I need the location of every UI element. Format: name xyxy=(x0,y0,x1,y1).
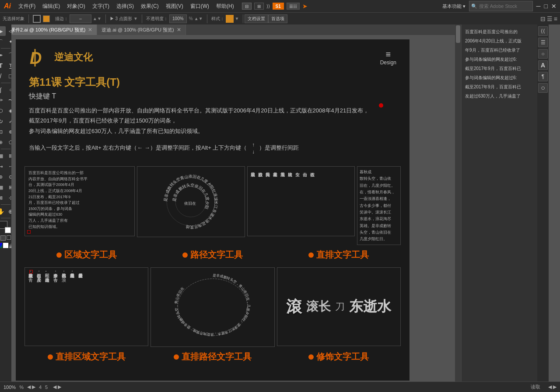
selection-tool[interactable]: ▶ xyxy=(0,26,6,36)
secondary-toolbar: 无选择对象 描边： – ▲▼ ▶ 3 点圆形 ▼ 不透明度： % ▲▼ 样式： … xyxy=(0,12,560,24)
direct-selection-tool[interactable]: ◁ xyxy=(6,26,16,36)
stroke-swatch[interactable] xyxy=(33,15,41,23)
circular-text-svg: 是非成败转头空青山依旧在几度夕阳红滚滚长江东逝水浪花淘尽英雄 是非成败转头空依旧… xyxy=(158,169,224,234)
status-nav-2[interactable]: ◀ ▶ xyxy=(548,384,556,390)
menu-window[interactable]: 窗口(W) xyxy=(187,0,213,12)
none-mode-icon[interactable] xyxy=(3,243,8,248)
tool5-label-text: 直排路径文字工具 xyxy=(182,351,252,363)
fill-swatch[interactable] xyxy=(43,15,50,22)
close-button[interactable]: ✕ xyxy=(551,3,556,10)
panel-option-3[interactable]: A xyxy=(538,60,548,70)
canvas-area[interactable]: D 逆迪文化 ≡ Design 第11课 文字工具(T) 快捷键 T 百度百科是… xyxy=(11,35,461,382)
send-icon[interactable]: ➤ xyxy=(302,3,308,10)
opacity-input[interactable] xyxy=(169,14,187,23)
tool2-label: 路径文字工具 xyxy=(150,249,274,261)
eyedropper-tool[interactable]: ⊸ xyxy=(0,161,6,171)
header-right: ≡ Design xyxy=(380,49,396,66)
svg-text:是非成败转头空，青山依旧在，几度夕阳红。滚滚长江东逝水，浪花: 是非成败转头空，青山依旧在，几度夕阳红。滚滚长江东逝水，浪花淘尽英雄。是非成败转… xyxy=(174,273,250,336)
screen-mode-icon[interactable]: ⊟ xyxy=(242,3,252,10)
top-menu-bar: Ai 文件(F) 编辑(E) 对象(O) 文字(T) 选择(S) 效果(C) 视… xyxy=(0,0,560,12)
svg-text:↑: ↑ xyxy=(252,142,255,148)
menu-help[interactable]: 帮助(H) xyxy=(213,0,238,12)
slice-tool[interactable]: ⊠ xyxy=(0,193,6,203)
tab-1-close[interactable]: ✕ xyxy=(88,27,92,33)
gradient-tool[interactable]: ▦ xyxy=(0,151,6,161)
shape-builder-tool[interactable]: ⊕ xyxy=(0,137,6,147)
menu-icon-2[interactable]: ≡ xyxy=(554,15,557,22)
extras-icon[interactable]: ⟩⟩ xyxy=(266,4,270,9)
panel-option-4[interactable]: ¶ xyxy=(538,72,548,81)
stroke-icon[interactable] xyxy=(7,235,11,240)
doc-settings-button[interactable]: 文档设置 xyxy=(245,14,268,23)
spacing-text2: ）是调整行间距 xyxy=(259,144,299,152)
panel-option-1[interactable]: ☰ xyxy=(538,38,548,47)
paintbrush-tool[interactable]: ∫ xyxy=(0,85,6,94)
column-chart-tool[interactable]: ▦ xyxy=(0,182,6,192)
menu-file[interactable]: 文件(F) xyxy=(15,0,39,12)
blend-tool[interactable]: ⊛ xyxy=(0,172,6,182)
point-selector[interactable]: ▶ 3 点圆形 xyxy=(110,16,132,22)
grid-icon[interactable]: ⊞ xyxy=(254,3,264,10)
fill-icon[interactable] xyxy=(0,235,6,241)
tab-2-close[interactable]: ✕ xyxy=(177,27,181,33)
menu-select[interactable]: 选择(S) xyxy=(113,0,137,12)
color-swatches[interactable] xyxy=(0,221,12,233)
page-nav-arrows[interactable]: ◀ ▶ xyxy=(53,384,61,390)
tool6-label-text: 修饰文字工具 xyxy=(316,351,369,363)
pen-tool[interactable]: ✒ xyxy=(0,50,6,60)
nav-controls[interactable]: ◀ ▶ xyxy=(27,384,35,390)
left-toolbar: ▶ ◁ ⌒ ✦ ✒ ⌒ T T̲ / □ ∫ ○ ✏ 〜 ⬡ ◈ ↻ ⤢ ⊡ ⊕… xyxy=(0,24,11,382)
tool5-demo: 是非成败转头空，青山依旧在，几度夕阳红。滚滚长江东逝水，浪花淘尽英雄。是非成败转… xyxy=(150,267,274,347)
lasso-tool[interactable]: ⌒ xyxy=(0,37,6,46)
tool1-demo: 百度百科是百度公司推出的一部 内容开放、自由的网络百科全书平 台，其测试版于20… xyxy=(24,166,135,236)
line-tool[interactable]: / xyxy=(0,71,6,81)
search-area[interactable]: 🔍 xyxy=(469,1,533,11)
shaper-tool[interactable]: ⬡ xyxy=(0,106,6,116)
svg-text:↓: ↓ xyxy=(252,149,255,154)
status-text: 读取 xyxy=(531,384,540,390)
arrange-icon[interactable]: ☰☷ xyxy=(287,3,300,10)
collapse-panel-btn[interactable]: ⟨⟨ xyxy=(538,26,548,36)
stroke-input[interactable]: – xyxy=(70,14,91,23)
panel-option-5[interactable]: ○ xyxy=(538,83,548,93)
search-input[interactable] xyxy=(478,2,531,10)
status-bar: 100% % ◀ ▶ 4 5 ◀ ▶ 读取 ◀ ▶ xyxy=(0,382,560,392)
maximize-button[interactable]: □ xyxy=(544,3,548,10)
tool4-demo: 非成败转头空，青 山依旧在，几度夕 阳红。白雄发迹， 江今多少事，古今 依旧在依… xyxy=(24,267,148,346)
properties-icon[interactable]: ☰ xyxy=(547,15,553,22)
decoration-text-demo: 滾 滚长 ⼑ 东逝水 xyxy=(286,296,391,318)
shortcut-label: 快捷键 T xyxy=(29,92,396,101)
ai-logo-text: Ai xyxy=(4,2,11,10)
vertical-text-col4: 英雄是非 xyxy=(272,169,278,234)
style-swatch[interactable] xyxy=(226,15,234,23)
menu-object[interactable]: 对象(O) xyxy=(63,0,88,12)
vertical-scrollbar[interactable] xyxy=(455,24,461,382)
menu-view[interactable]: 视图(V) xyxy=(162,0,187,12)
panel-option-2[interactable]: ○ xyxy=(538,49,548,59)
scrollbar-thumb[interactable] xyxy=(456,25,460,43)
tool-labels-row-1: 区域文字工具 路径文字工具 直排文字工具 xyxy=(24,247,401,265)
ai-logo: Ai xyxy=(0,0,15,12)
free-transform-tool[interactable]: ⊡ xyxy=(0,127,6,136)
menu-type[interactable]: 文字(T) xyxy=(89,0,113,12)
spacing-note: 当输入一段文字之后，按Alt+ 左右方向键（← →）是调整字间距，按Alt+ 上… xyxy=(29,141,396,154)
tab-2[interactable]: 逆迪.ai @ 100% (RGB/GPU 预览) ✕ xyxy=(97,24,186,35)
workspace-label[interactable]: 基本功能 ▾ xyxy=(442,3,466,10)
menu-edit[interactable]: 编辑(E) xyxy=(39,0,63,12)
spacing-text: 当输入一段文字之后，按Alt+ 左右方向键（← →）是调整字间距，按Alt+ 上… xyxy=(29,144,247,152)
minimize-button[interactable]: ─ xyxy=(536,3,541,10)
tool3-label-text: 直排文字工具 xyxy=(316,249,369,261)
dot5 xyxy=(174,354,179,360)
tools-demo-row-1: 百度百科是百度公司推出的一部 内容开放、自由的网络百科全书平 台，其测试版于20… xyxy=(24,166,401,245)
tool1-label-area: 区域文字工具 xyxy=(24,247,148,265)
preferences-button[interactable]: 首选项 xyxy=(268,14,287,23)
pencil-tool[interactable]: ✏ xyxy=(0,95,6,105)
arrange-icon-2[interactable]: ⊟ xyxy=(540,15,546,22)
properties-panel: 百度百科是百度公司推出的 2006年4月20日上线，正式版 年9月，百度百科已经… xyxy=(461,24,549,382)
type-tool[interactable]: T xyxy=(0,61,6,70)
color-mode-icon[interactable] xyxy=(0,243,2,248)
menu-effect[interactable]: 效果(C) xyxy=(137,0,162,12)
opacity-arrows: ▲▼ xyxy=(194,16,203,21)
rotate-tool[interactable]: ↻ xyxy=(0,116,6,126)
hand-tool[interactable]: ✋ xyxy=(0,206,6,216)
